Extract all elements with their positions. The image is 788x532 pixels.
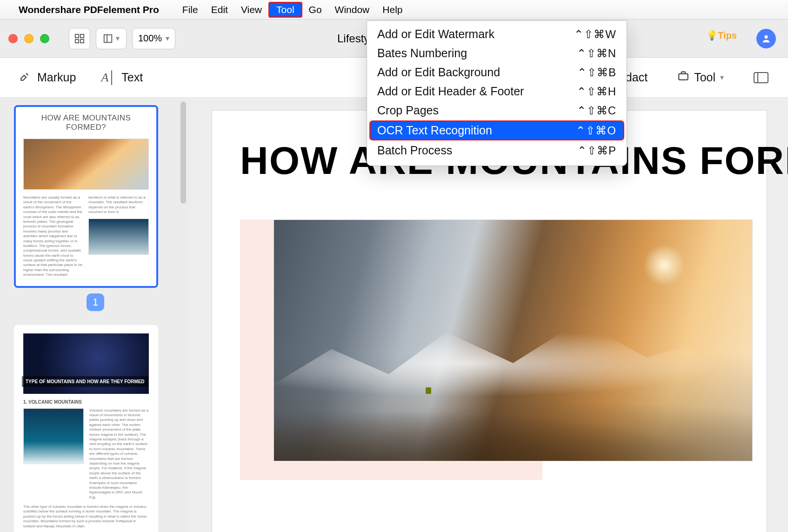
- sidebar-scrollbar[interactable]: [180, 101, 186, 204]
- menubar-item-view[interactable]: View: [234, 3, 268, 17]
- svg-rect-3: [80, 39, 84, 42]
- svg-point-6: [764, 35, 768, 38]
- menu-item-shortcut: ⌃⇧⌘P: [577, 144, 616, 157]
- minimize-window-button[interactable]: [24, 34, 33, 43]
- mac-menubar: Wondershare PDFelement Pro File Edit Vie…: [0, 0, 788, 20]
- page-thumbnail-1[interactable]: HOW ARE MOUNTAINS FORMED? Mountains are …: [14, 105, 158, 288]
- thumb2-secondary-image: [23, 408, 84, 464]
- thumb2-hero-image: TYPE OF MOUNTAINS AND HOW ARE THEY FORME…: [23, 333, 149, 394]
- zoom-select[interactable]: 100% ▾: [132, 28, 175, 49]
- thumb1-right-text: landform is what is referred to as a mou…: [88, 195, 149, 215]
- menu-item-label: Bates Numbering: [377, 47, 467, 60]
- menu-item-label: Crop Pages: [377, 104, 439, 117]
- svg-rect-7: [679, 74, 688, 80]
- thumb-page-number-1: 1: [87, 293, 104, 311]
- zoom-value: 100%: [138, 33, 162, 44]
- menu-item-label: Add or Edit Header & Footer: [377, 85, 524, 98]
- thumb1-heading: HOW ARE MOUNTAINS FORMED?: [23, 113, 149, 132]
- menu-item-ocr[interactable]: OCR Text Recognition ⌃⇧⌘O: [370, 121, 624, 140]
- menu-item-shortcut: ⌃⇧⌘W: [574, 28, 616, 41]
- menu-item-label: Add or Edit Watermark: [377, 27, 494, 41]
- highlighter-icon: [20, 70, 32, 85]
- toolbar-label: Tool: [694, 71, 715, 84]
- toolbar-label: Markup: [37, 71, 76, 84]
- menu-item-shortcut: ⌃⇧⌘C: [577, 104, 616, 117]
- thumb2-section-title: 1. VOLCANIC MOUNTAINS: [23, 399, 149, 405]
- menu-item-header-footer[interactable]: Add or Edit Header & Footer ⌃⇧⌘H: [367, 82, 627, 101]
- user-avatar-button[interactable]: [756, 29, 776, 48]
- menu-item-watermark[interactable]: Add or Edit Watermark ⌃⇧⌘W: [367, 25, 627, 44]
- svg-rect-2: [75, 39, 79, 42]
- thumbnail-sidebar: HOW ARE MOUNTAINS FORMED? Mountains are …: [0, 98, 191, 532]
- menubar-item-window[interactable]: Window: [328, 3, 376, 17]
- svg-rect-1: [80, 34, 84, 37]
- thumb2-footer-text: The other type of volcanic mountain is f…: [23, 505, 149, 529]
- hero-image: [274, 219, 753, 461]
- thumb2-caption: TYPE OF MOUNTAINS AND HOW ARE THEY FORME…: [22, 376, 148, 387]
- menu-item-background[interactable]: Add or Edit Background ⌃⇧⌘B: [367, 63, 627, 82]
- chevron-down-icon: ▾: [116, 34, 120, 43]
- toggle-right-panel-button[interactable]: [754, 72, 768, 83]
- chevron-down-icon: ▾: [720, 73, 724, 82]
- toolbar-label: Text: [121, 71, 143, 84]
- menu-item-batch[interactable]: Batch Process ⌃⇧⌘P: [367, 141, 627, 160]
- menu-item-shortcut: ⌃⇧⌘B: [577, 66, 616, 79]
- text-cursor-icon: A│: [101, 71, 116, 85]
- hero-figure: [240, 219, 739, 461]
- tool-menu-dropdown: Add or Edit Watermark ⌃⇧⌘W Bates Numberi…: [367, 20, 627, 166]
- menubar-item-file[interactable]: File: [176, 3, 205, 17]
- mountain-snow: [274, 321, 752, 461]
- thumb2-body-text: Volcanic mountains are formed as a resul…: [89, 408, 149, 500]
- menu-item-bates[interactable]: Bates Numbering ⌃⇧⌘N: [367, 44, 627, 63]
- menubar-item-tool[interactable]: Tool: [268, 2, 302, 18]
- traffic-lights: [8, 34, 49, 43]
- chevron-down-icon: ▾: [166, 34, 169, 43]
- page-thumbnail-2[interactable]: TYPE OF MOUNTAINS AND HOW ARE THEY FORME…: [14, 325, 158, 532]
- toolbar-markup-button[interactable]: Markup: [20, 70, 76, 85]
- thumbnails-toggle-button[interactable]: [69, 28, 90, 49]
- menubar-item-help[interactable]: Help: [376, 3, 409, 17]
- close-window-button[interactable]: [8, 34, 18, 43]
- menu-item-label: OCR Text Recognition: [377, 124, 492, 137]
- thumb1-secondary-image: [88, 219, 149, 255]
- menu-item-shortcut: ⌃⇧⌘H: [577, 85, 616, 98]
- document-page: 123 HOW ARE MOUNTAINS FORMED?: [212, 111, 767, 532]
- svg-rect-0: [75, 34, 79, 37]
- view-mode-button[interactable]: ▾: [96, 28, 127, 49]
- menu-item-label: Add or Edit Background: [377, 66, 500, 79]
- tips-watermark: 💡Tips: [706, 30, 737, 41]
- sun-glow: [643, 244, 685, 286]
- page-layout-icon: [103, 33, 113, 44]
- menu-item-crop[interactable]: Crop Pages ⌃⇧⌘C: [367, 101, 627, 120]
- menu-item-shortcut: ⌃⇧⌘O: [576, 124, 616, 137]
- toolbar-tool-button[interactable]: Tool ▾: [673, 67, 728, 88]
- grid-icon: [74, 33, 85, 44]
- toolbar-text-button[interactable]: A│ Text: [101, 71, 143, 85]
- fullscreen-window-button[interactable]: [40, 34, 49, 43]
- svg-rect-4: [104, 34, 112, 42]
- app-name[interactable]: Wondershare PDFelement Pro: [19, 4, 159, 15]
- marker-speck: [426, 387, 431, 394]
- menubar-item-edit[interactable]: Edit: [205, 3, 234, 17]
- toolbox-icon: [677, 70, 689, 85]
- thumb1-left-text: Mountains are usually formed as a result…: [23, 195, 83, 278]
- menu-item-label: Batch Process: [377, 144, 452, 157]
- menubar-item-go[interactable]: Go: [302, 3, 328, 17]
- menu-item-shortcut: ⌃⇧⌘N: [577, 47, 616, 60]
- thumb1-hero-image: [23, 139, 149, 190]
- tips-label: Tips: [718, 30, 737, 40]
- user-icon: [761, 33, 771, 44]
